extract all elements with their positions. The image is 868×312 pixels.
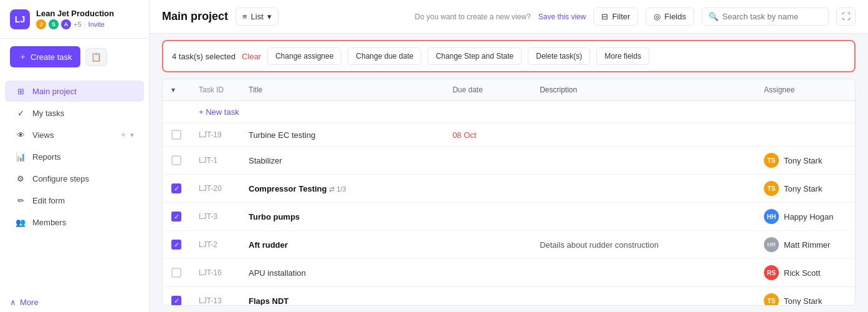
selection-bar: 4 task(s) selected Clear Change assignee… [162,40,856,72]
change-due-date-button[interactable]: Change due date [348,47,421,65]
table-row: LJT-13Flaps NDTTSTony Stark [163,287,855,306]
sidebar-item-reports[interactable]: 📊 Reports [5,146,144,167]
table-row: LJT-20Compressor Testing ⇄ 1/3TSTony Sta… [163,175,855,203]
avatar: RS [764,265,779,280]
avatar: HH [764,209,779,224]
edit-icon: ✏ [15,195,26,206]
app-subtitle: J S A +5 · Invite [36,19,114,29]
row-checkbox[interactable] [171,212,181,222]
task-due-date [444,287,531,306]
sidebar-item-main-project[interactable]: ⊞ Main project [5,80,144,102]
task-id: LJT-13 [190,287,240,306]
row-checkbox[interactable] [171,296,181,306]
task-table: ▾ Task ID Title Due date Description Ass… [163,79,855,306]
task-title[interactable]: Flaps NDT [240,287,444,306]
invite-link[interactable]: Invite [88,21,105,28]
task-description [531,259,755,287]
task-assignee [755,124,855,147]
users-icon: 👥 [15,217,26,228]
page-title: Main project [162,10,228,23]
new-task-label[interactable]: + New task [190,101,855,124]
task-id: LJT-3 [190,203,240,231]
sidebar-item-edit-form[interactable]: ✏ Edit form [5,190,144,211]
task-assignee: TSTony Stark [755,147,855,175]
new-view-text: Do you want to create a new view? [415,12,531,21]
avatar-s: S [49,19,59,29]
task-assignee: TSTony Stark [755,287,855,306]
eye-icon: 👁 [15,129,26,140]
chevron-down-icon: ▾ [130,131,134,139]
task-title[interactable]: Compressor Testing ⇄ 1/3 [240,175,444,203]
extra-count: +5 [74,21,82,28]
new-task-row[interactable]: + New task [163,101,855,124]
table-row: LJT-3Turbo pumpsHHHappy Hogan [163,203,855,231]
chevron-icon: ▾ [171,85,175,94]
task-due-date [444,203,531,231]
plus-icon: ＋ [19,51,27,62]
task-due-date [444,231,531,259]
dropdown-icon: ▾ [267,12,272,21]
more-fields-button[interactable]: More fields [596,47,649,65]
row-checkbox[interactable] [171,183,181,193]
row-checkbox[interactable] [171,155,181,165]
task-description [531,287,755,306]
task-title[interactable]: Turbo pumps [240,203,444,231]
bar-chart-icon: 📊 [15,151,26,162]
table-row: LJT-19Turbine EC testing08 Oct [163,124,855,147]
task-title[interactable]: Turbine EC testing [240,124,444,147]
expand-button[interactable]: ⛶ [836,7,856,26]
row-checkbox[interactable] [171,240,181,250]
notes-button[interactable]: 📋 [85,48,107,66]
task-assignee: HHHappy Hogan [755,203,855,231]
task-id: LJT-19 [190,124,240,147]
app-logo: LJ [10,9,30,29]
main-content: Main project ≡ List ▾ Do you want to cre… [150,0,868,312]
avatar: TS [764,181,779,196]
search-input[interactable] [722,12,822,21]
task-description [531,147,755,175]
expand-icon: ⛶ [842,12,850,21]
delete-tasks-button[interactable]: Delete task(s) [528,47,590,65]
sidebar-header: LJ Lean Jet Production J S A +5 · Invite [0,0,149,39]
task-title[interactable]: Stabilizer [240,147,444,175]
task-title[interactable]: APU installation [240,259,444,287]
clear-selection-button[interactable]: Clear [242,52,261,61]
search-wrapper: 🔍 [702,7,829,26]
table-header-row: ▾ Task ID Title Due date Description Ass… [163,79,855,101]
col-header-task-id: Task ID [190,79,240,101]
fields-button[interactable]: ◎ Fields [646,7,694,26]
change-step-state-button[interactable]: Change Step and State [427,47,522,65]
sidebar-more[interactable]: ∧ More [0,293,149,312]
save-view-link[interactable]: Save this view [538,12,586,21]
col-header-check: ▾ [163,79,190,101]
table-row: LJT-1StabilizerTSTony Stark [163,147,855,175]
check-icon: ✓ [15,107,26,119]
sidebar-item-views[interactable]: 👁 Views ＋ ▾ [5,124,144,145]
add-view-icon[interactable]: ＋ [119,129,128,140]
task-description [531,175,755,203]
sidebar-nav: ⊞ Main project ✓ My tasks 👁 Views ＋ ▾ 📊 … [0,75,149,293]
sidebar-item-my-tasks[interactable]: ✓ My tasks [5,102,144,124]
sidebar-item-members[interactable]: 👥 Members [5,212,144,233]
avatar-a: A [61,19,71,29]
task-id: LJT-16 [190,259,240,287]
settings-icon: ⚙ [15,173,26,184]
view-selector[interactable]: ≡ List ▾ [236,7,279,26]
change-assignee-button[interactable]: Change assignee [267,47,341,65]
task-due-date [444,147,531,175]
row-checkbox[interactable] [171,268,181,278]
fields-icon: ◎ [654,12,661,21]
task-due-date: 08 Oct [444,124,531,147]
task-title[interactable]: Aft rudder [240,231,444,259]
task-id: LJT-1 [190,147,240,175]
task-description: Details about rudder construction [531,231,755,259]
app-title: Lean Jet Production [36,9,114,18]
task-id: LJT-2 [190,231,240,259]
sidebar-item-configure-steps[interactable]: ⚙ Configure steps [5,168,144,189]
avatar: MR [764,237,779,252]
create-task-button[interactable]: ＋ Create task [10,46,80,67]
table-row: LJT-2Aft rudderDetails about rudder cons… [163,231,855,259]
row-checkbox[interactable] [171,130,181,140]
avatar: TS [764,293,779,306]
filter-button[interactable]: ⊟ Filter [593,7,638,26]
